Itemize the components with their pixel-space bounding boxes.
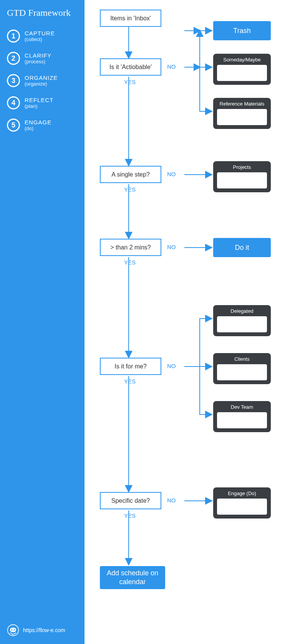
step-number: 5 (7, 119, 20, 132)
node-inbox: Items in 'Inbox' (100, 10, 161, 27)
label-no-3: NO (167, 244, 176, 250)
footer: https://flow-e.com (7, 624, 65, 636)
step-number: 4 (7, 96, 20, 109)
step-subtitle: (organize) (25, 81, 58, 87)
step-subtitle: (process) (25, 59, 51, 64)
step-title: ENGAGE (25, 119, 51, 125)
node-actionable: Is it 'Actiobable' (100, 58, 161, 76)
node-date: Specific date? (100, 492, 161, 509)
node-doit: Do it (213, 238, 271, 257)
label-yes-3: YES (124, 259, 136, 266)
step-title: CLARIFY (25, 52, 51, 59)
step-title: REFLECT (25, 97, 53, 103)
node-twomin: > than 2 mins? (100, 239, 161, 256)
card-someday: Someday/Maybe (213, 54, 271, 85)
step-title: ORGANIZE (25, 74, 58, 81)
svg-rect-1 (10, 628, 16, 632)
sidebar-step: 5ENGAGE(do) (7, 119, 78, 132)
sidebar-step: 2CLARIFY(process) (7, 52, 78, 65)
sidebar-title: GTD Framework (7, 8, 78, 18)
robot-icon (7, 624, 19, 636)
card-clients: Clients (213, 353, 271, 384)
svg-point-3 (14, 629, 15, 631)
step-subtitle: (plan) (25, 103, 53, 109)
card-ref: Reference Materials (213, 98, 271, 129)
step-number: 1 (7, 30, 20, 43)
step-number: 3 (7, 74, 20, 87)
node-trash: Trash (213, 21, 271, 40)
sidebar-step: 3ORGANIZE(organize) (7, 74, 78, 87)
step-number: 2 (7, 52, 20, 65)
svg-point-2 (11, 629, 12, 631)
node-forme: Is it for me? (100, 358, 161, 375)
label-no-5: NO (167, 497, 176, 504)
card-projects: Projects (213, 161, 271, 192)
flowchart-canvas: Items in 'Inbox' Is it 'Actiobable' A si… (85, 0, 295, 644)
card-dev: Dev Team (213, 401, 271, 432)
footer-link[interactable]: https://flow-e.com (23, 627, 65, 633)
label-yes-2: YES (124, 186, 136, 193)
card-engage: Engage (Do) (213, 487, 271, 519)
label-no-4: NO (167, 363, 176, 369)
label-no-2: NO (167, 171, 176, 177)
sidebar-step: 1CAPTURE(collect) (7, 30, 78, 43)
label-yes-5: YES (124, 512, 136, 519)
step-subtitle: (do) (25, 125, 51, 131)
sidebar-step: 4REFLECT(plan) (7, 96, 78, 109)
node-calendar: Add schedule on calendar (100, 566, 165, 589)
label-yes-4: YES (124, 378, 136, 385)
label-no-1: NO (167, 63, 176, 70)
sidebar: GTD Framework 1CAPTURE(collect)2CLARIFY(… (0, 0, 85, 644)
step-title: CAPTURE (25, 30, 55, 36)
label-yes-1: YES (124, 79, 136, 85)
step-subtitle: (collect) (25, 36, 55, 42)
card-delegated: Delegated (213, 305, 271, 336)
node-single: A single step? (100, 166, 161, 183)
